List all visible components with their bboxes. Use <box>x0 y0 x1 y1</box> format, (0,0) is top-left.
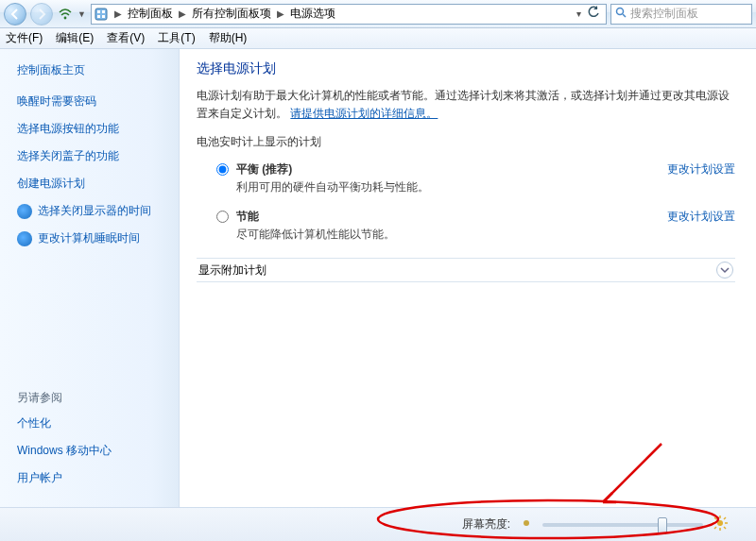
sidebar-link[interactable]: 唤醒时需要密码 <box>17 93 169 110</box>
sidebar-link-display-off[interactable]: 选择关闭显示器的时间 <box>17 203 169 219</box>
menu-edit[interactable]: 编辑(E) <box>56 30 94 46</box>
sun-dim-icon <box>520 516 533 533</box>
breadcrumb-item[interactable]: 电源选项 <box>288 4 337 24</box>
svg-point-6 <box>617 8 624 15</box>
page-description: 电源计划有助于最大化计算机的性能或者节能。通过选择计划来将其激活，或选择计划并通… <box>197 87 735 123</box>
svg-line-15 <box>724 527 726 529</box>
sidebar-link[interactable]: 创建电源计划 <box>17 176 169 192</box>
plan-subtitle: 尽可能降低计算机性能以节能。 <box>236 227 648 243</box>
search-icon <box>615 7 627 21</box>
menu-tools[interactable]: 工具(T) <box>158 30 195 46</box>
search-placeholder: 搜索控制面板 <box>630 6 698 22</box>
change-plan-settings-link[interactable]: 更改计划设置 <box>667 161 735 178</box>
see-also-label: 另请参阅 <box>17 390 169 406</box>
menu-bar: 文件(F) 编辑(E) 查看(V) 工具(T) 帮助(H) <box>0 28 756 49</box>
see-also-link[interactable]: 用户帐户 <box>17 470 169 486</box>
section-battery-plans: 电池安时计上显示的计划 <box>197 134 735 150</box>
menu-help[interactable]: 帮助(H) <box>209 30 248 46</box>
search-box[interactable]: 搜索控制面板 <box>610 4 752 25</box>
svg-rect-2 <box>97 10 100 13</box>
chevron-right-icon: ▶ <box>111 8 126 19</box>
history-dropdown[interactable]: ▼ <box>77 9 87 19</box>
chevron-right-icon: ▶ <box>273 8 288 19</box>
svg-point-9 <box>717 520 723 526</box>
brightness-bar: 屏幕亮度: <box>0 507 756 541</box>
sidebar-link-sleep[interactable]: 更改计算机睡眠时间 <box>17 230 169 246</box>
menu-file[interactable]: 文件(F) <box>6 30 43 46</box>
breadcrumb-item[interactable]: 控制面板 <box>126 4 175 24</box>
chevron-right-icon: ▶ <box>175 8 190 19</box>
content-pane: 选择电源计划 电源计划有助于最大化计算机的性能或者节能。通过选择计划来将其激活，… <box>180 49 756 507</box>
see-also-link[interactable]: 个性化 <box>17 415 169 431</box>
sidebar-link[interactable]: 选择关闭盖子的功能 <box>17 148 169 164</box>
chevron-down-icon <box>716 262 733 279</box>
network-icon <box>57 6 74 23</box>
sidebar-home-link[interactable]: 控制面板主页 <box>17 62 169 78</box>
refresh-button[interactable] <box>583 6 604 22</box>
plan-subtitle: 利用可用的硬件自动平衡功耗与性能。 <box>236 179 648 195</box>
svg-rect-4 <box>97 15 100 18</box>
nav-forward-button[interactable] <box>30 3 53 25</box>
breadcrumb-bar[interactable]: ▶ 控制面板 ▶ 所有控制面板项 ▶ 电源选项 ▾ <box>91 4 607 25</box>
svg-point-0 <box>64 16 67 19</box>
svg-rect-1 <box>95 8 107 20</box>
svg-rect-3 <box>102 10 105 13</box>
svg-line-17 <box>714 527 716 529</box>
brightness-slider[interactable] <box>542 523 703 527</box>
plan-saver-radio[interactable] <box>216 211 229 223</box>
plan-saver: 节能 尽可能降低计算机性能以节能。 更改计划设置 <box>197 205 735 252</box>
brightness-slider-thumb[interactable] <box>658 517 667 534</box>
sidebar-link[interactable]: 选择电源按钮的功能 <box>17 121 169 137</box>
plan-balanced: 平衡 (推荐) 利用可用的硬件自动平衡功耗与性能。 更改计划设置 <box>197 158 735 205</box>
plan-title: 节能 <box>236 209 648 225</box>
svg-point-8 <box>524 520 529 526</box>
svg-line-14 <box>714 517 716 519</box>
nav-back-button[interactable] <box>4 3 26 25</box>
brightness-label: 屏幕亮度: <box>462 516 510 533</box>
show-more-label: 显示附加计划 <box>198 262 266 279</box>
address-toolbar: ▼ ▶ 控制面板 ▶ 所有控制面板项 ▶ 电源选项 ▾ 搜索控制面板 <box>0 0 756 28</box>
show-additional-plans[interactable]: 显示附加计划 <box>197 258 735 282</box>
control-panel-icon <box>94 7 109 22</box>
breadcrumb-dropdown[interactable]: ▾ <box>575 8 583 19</box>
menu-view[interactable]: 查看(V) <box>107 30 145 46</box>
plan-balanced-radio[interactable] <box>216 163 229 176</box>
sidebar: 控制面板主页 唤醒时需要密码 选择电源按钮的功能 选择关闭盖子的功能 创建电源计… <box>0 49 180 507</box>
breadcrumb-item[interactable]: 所有控制面板项 <box>190 4 273 24</box>
plan-title: 平衡 (推荐) <box>236 161 648 178</box>
sun-bright-icon <box>713 516 728 533</box>
svg-line-16 <box>724 517 726 519</box>
svg-line-7 <box>623 14 626 17</box>
see-also-link[interactable]: Windows 移动中心 <box>17 443 169 459</box>
more-info-link[interactable]: 请提供电源计划的详细信息。 <box>290 107 438 120</box>
svg-rect-5 <box>102 15 105 18</box>
change-plan-settings-link[interactable]: 更改计划设置 <box>667 209 735 225</box>
page-title: 选择电源计划 <box>197 60 735 77</box>
